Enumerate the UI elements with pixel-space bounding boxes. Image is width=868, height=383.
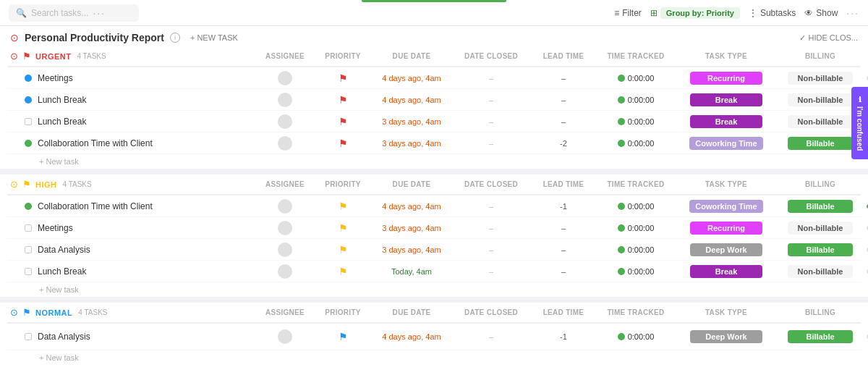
avatar[interactable] xyxy=(278,93,292,107)
task-dot xyxy=(25,246,32,253)
col-header-date-closed: DATE CLOSED xyxy=(451,308,531,316)
task-name[interactable]: Lunch Break xyxy=(38,117,86,127)
task-type-badge: Deep Work xyxy=(690,330,762,343)
topbar-more-icon[interactable]: ··· xyxy=(846,7,859,19)
top-right-controls: ≡ Filter ⊞ Group by: Priority ⋮ Subtasks… xyxy=(614,7,859,19)
date-closed: – xyxy=(451,74,531,83)
info-icon[interactable]: i xyxy=(170,33,180,43)
task-type-cell: Break xyxy=(676,265,777,278)
expand-icon-urgent[interactable]: ⊙ xyxy=(10,51,18,62)
priority-flag[interactable]: ⚑ xyxy=(339,331,348,342)
avatar[interactable] xyxy=(278,136,292,151)
billing-badge: Non-billable xyxy=(788,222,853,235)
section-count-high: 4 TASKS xyxy=(63,180,92,188)
expand-icon-normal[interactable]: ⊙ xyxy=(10,307,18,318)
priority-flag[interactable]: ⚑ xyxy=(339,222,348,234)
task-name[interactable]: Collaboration Time with Client xyxy=(38,138,153,148)
task-type-cell: Deep Work xyxy=(676,330,777,343)
new-task-row[interactable]: + New task xyxy=(7,350,861,365)
task-name[interactable]: Lunch Break xyxy=(38,95,86,105)
time-dot xyxy=(618,140,625,147)
col-header-task-type: TASK TYPE xyxy=(676,180,777,188)
task-type-cell: Coworking Time xyxy=(676,200,777,213)
search-box[interactable]: 🔍 Search tasks... ··· xyxy=(9,4,139,22)
task-dot xyxy=(25,268,32,275)
search-more-icon[interactable]: ··· xyxy=(93,7,106,19)
priority-flag-urgent: ⚑ xyxy=(22,51,31,62)
hide-closed-button[interactable]: ✓ HIDE CLOS... xyxy=(799,33,858,43)
col-header-due-date: DUE DATE xyxy=(372,180,451,188)
filter-button[interactable]: ≡ Filter xyxy=(614,8,642,18)
expand-icon-high[interactable]: ⊙ xyxy=(10,179,18,190)
col-header-lead-time: LEAD TIME xyxy=(531,52,596,60)
priority-flag[interactable]: ⚑ xyxy=(339,201,348,212)
priority-flag[interactable]: ⚑ xyxy=(339,116,348,127)
task-type-cell: Deep Work xyxy=(676,243,777,256)
priority-flag[interactable]: ⚑ xyxy=(339,94,348,106)
avatar[interactable] xyxy=(278,264,292,279)
section-normal: ⊙ ⚑ NORMAL 4 TASKS ASSIGNEEPRIORITYDUE D… xyxy=(7,303,861,365)
billing-badge: Non-billable xyxy=(788,72,853,85)
priority-flag-normal: ⚑ xyxy=(22,307,31,318)
time-tracked: 0:00:00 xyxy=(596,74,676,83)
time-dot xyxy=(618,333,625,340)
filter-icon: ≡ xyxy=(614,8,619,18)
search-placeholder: Search tasks... xyxy=(31,8,88,18)
priority-flag[interactable]: ⚑ xyxy=(339,244,348,256)
task-type-cell: Recurring xyxy=(676,222,777,235)
section-count-urgent: 4 TASKS xyxy=(77,52,106,60)
lead-time: – xyxy=(531,117,596,126)
col-header-assignee: ASSIGNEE xyxy=(256,308,314,316)
avatar[interactable] xyxy=(278,199,292,214)
avatar[interactable] xyxy=(278,114,292,129)
new-task-row[interactable]: + New task xyxy=(7,154,861,169)
due-date: 3 days ago, 4am xyxy=(372,117,451,126)
new-task-button[interactable]: + NEW TASK xyxy=(186,32,242,43)
progress-cell: 100% xyxy=(864,202,868,210)
task-name[interactable]: Meetings xyxy=(38,73,73,83)
subtasks-button[interactable]: ⋮ Subtasks xyxy=(749,8,796,18)
time-tracked: 0:00:00 xyxy=(596,96,676,104)
confused-banner[interactable]: ℹ I'm confused xyxy=(851,87,868,159)
task-name[interactable]: Data Analysis xyxy=(38,332,90,342)
col-header-assignee: ASSIGNEE xyxy=(256,180,314,188)
col-header-task-type: TASK TYPE xyxy=(676,308,777,316)
new-task-row[interactable]: + New task xyxy=(7,282,861,297)
col-header-date-closed: DATE CLOSED xyxy=(451,52,531,60)
time-tracked: 0:00:00 xyxy=(596,139,676,148)
task-dot xyxy=(25,333,32,340)
task-row: Meetings⚑3 days ago, 4am––0:00:00Recurri… xyxy=(7,217,861,239)
group-by-button[interactable]: ⊞ Group by: Priority xyxy=(650,7,740,19)
avatar[interactable] xyxy=(278,71,292,85)
task-row: Lunch Break⚑3 days ago, 4am––0:00:00Brea… xyxy=(7,111,861,132)
section-high: ⊙ ⚑ HIGH 4 TASKS ASSIGNEEPRIORITYDUE DAT… xyxy=(7,174,861,297)
billing-badge: Non-billable xyxy=(788,265,853,278)
col-header-time-tracked: TIME TRACKED xyxy=(596,308,676,316)
priority-flag[interactable]: ⚑ xyxy=(339,266,348,277)
billing-badge: Non-billable xyxy=(788,93,853,106)
time-tracked: 0:00:00 xyxy=(596,202,676,211)
priority-flag[interactable]: ⚑ xyxy=(339,138,348,149)
avatar[interactable] xyxy=(278,329,292,344)
section-label-high: HIGH xyxy=(35,180,57,189)
lead-time: -1 xyxy=(531,202,596,211)
avatar[interactable] xyxy=(278,221,292,235)
task-name[interactable]: Meetings xyxy=(38,223,73,233)
task-name[interactable]: Data Analysis xyxy=(38,245,90,255)
main-content: ⊙ ⚑ URGENT 4 TASKS ASSIGNEEPRIORITYDUE D… xyxy=(0,46,868,373)
col-header-billing: BILLING xyxy=(777,308,864,316)
lead-time: – xyxy=(531,267,596,276)
show-button[interactable]: 👁 Show xyxy=(804,8,838,18)
task-name[interactable]: Lunch Break xyxy=(38,266,86,277)
task-name[interactable]: Collaboration Time with Client xyxy=(38,201,153,211)
due-date: 3 days ago, 4am xyxy=(372,245,451,254)
avatar[interactable] xyxy=(278,243,292,257)
progress-cell: 0% xyxy=(864,245,868,253)
billing-badge: Non-billable xyxy=(788,115,853,128)
time-dot xyxy=(618,203,625,210)
col-header-lead-time: LEAD TIME xyxy=(531,180,596,188)
priority-flag-high: ⚑ xyxy=(22,179,31,190)
time-dot xyxy=(618,246,625,253)
task-type-badge: Coworking Time xyxy=(689,137,762,150)
priority-flag[interactable]: ⚑ xyxy=(339,72,348,84)
